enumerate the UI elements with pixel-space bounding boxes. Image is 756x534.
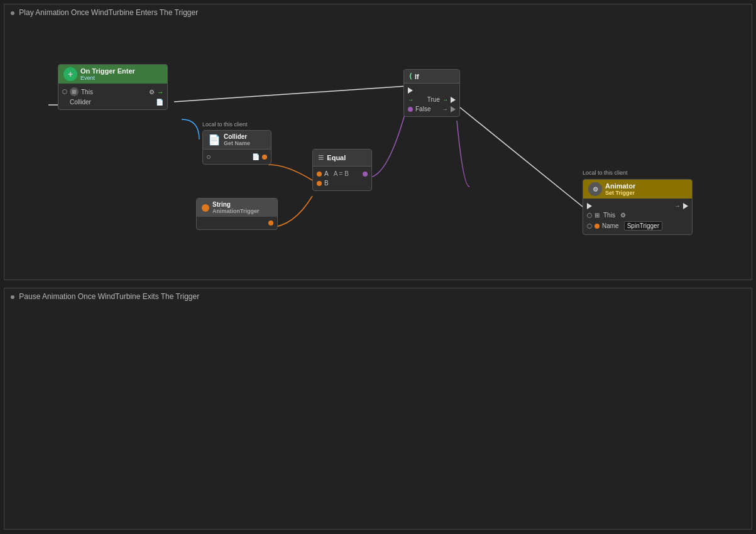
anim-exec-row-top: → bbox=[587, 201, 688, 210]
if-false-row-top: False → bbox=[408, 104, 456, 114]
collider-label-top: Collider bbox=[70, 99, 91, 106]
if-false-arrow-top: → bbox=[442, 106, 448, 112]
if-true-arrow-in-top: → bbox=[408, 97, 425, 103]
collider-get-name-node-top: 📄 Collider Get Name 📄 bbox=[202, 130, 271, 165]
connections-svg-bottom bbox=[4, 288, 752, 529]
anim-exec-in-top bbox=[587, 203, 592, 209]
animator-set-trigger-node-top: ⚙ Animator Set Trigger → ⊞ This ⚙ bbox=[583, 179, 693, 235]
string-circle-top bbox=[202, 204, 209, 212]
section-label-top: Play Animation Once WindTurbine Enters T… bbox=[11, 8, 198, 17]
anim-this-empty-top bbox=[587, 213, 592, 218]
if-exec-in-pin-top bbox=[408, 87, 413, 94]
trigger-enter-icon: + bbox=[63, 67, 77, 81]
anim-name-empty-top bbox=[587, 224, 592, 229]
animator-icon-top: ⚙ bbox=[588, 182, 602, 196]
collider-get-name-body-top: 📄 bbox=[203, 150, 271, 164]
if-icon-top: ⟨ bbox=[409, 72, 412, 80]
anim-exec-out-top bbox=[683, 203, 688, 209]
equal-header-top: ≡ Equal bbox=[313, 150, 371, 166]
anim-gear-top: ⚙ bbox=[620, 212, 626, 219]
this-arrow-out: → bbox=[157, 89, 163, 95]
section-pause-animation: Pause Animation Once WindTurbine Exits T… bbox=[4, 288, 752, 530]
string-out-pin-top bbox=[268, 221, 273, 226]
this-pin-in bbox=[62, 89, 67, 94]
if-true-label-top: True bbox=[427, 96, 440, 103]
collider-get-name-subtitle-top: Get Name bbox=[224, 140, 250, 146]
equal-node-top: ≡ Equal A A = B B bbox=[312, 149, 372, 191]
local-label-collider-top: Local to this client bbox=[202, 121, 248, 128]
this-gear: ⚙ bbox=[149, 89, 155, 95]
anim-name-value-top: SpinTrigger bbox=[624, 221, 662, 231]
collider-get-name-title-top: Collider bbox=[224, 133, 250, 140]
equal-body-top: A A = B B bbox=[313, 166, 371, 190]
string-body-top bbox=[197, 217, 277, 229]
on-trigger-enter-node: + On Trigger Enter Event ⊞ This ⚙ → Coll… bbox=[58, 64, 168, 110]
eq-a-label-top: A bbox=[324, 170, 329, 177]
eq-b-label-top: B bbox=[324, 180, 329, 187]
collider-get-name-header-top: 📄 Collider Get Name bbox=[203, 131, 271, 150]
animator-body-top: → ⊞ This ⚙ Name SpinTrigger bbox=[583, 199, 692, 234]
animator-header-top: ⚙ Animator Set Trigger bbox=[583, 180, 692, 199]
cg-in-row-top: 📄 bbox=[207, 152, 267, 161]
if-false-pin-top bbox=[451, 106, 456, 112]
if-false-label-top: False bbox=[415, 106, 430, 112]
string-out-row-top bbox=[200, 219, 273, 227]
string-anim-node-top: String AnimationTrigger bbox=[196, 198, 278, 230]
anim-name-row-top: Name SpinTrigger bbox=[587, 220, 688, 232]
this-label-top: This bbox=[81, 89, 93, 95]
cg-in-pin-top bbox=[207, 155, 211, 159]
collider-doc-icon-top: 📄 bbox=[208, 134, 221, 146]
eq-ab-row-top: A A = B bbox=[317, 169, 368, 178]
string-subtitle-top: AnimationTrigger bbox=[212, 208, 260, 214]
eq-ab-label-top: A = B bbox=[334, 170, 349, 177]
anim-name-label-top: Name bbox=[602, 222, 619, 229]
if-node-top: ⟨ If → True → False → bbox=[403, 69, 460, 117]
anim-this-row-top: ⊞ This ⚙ bbox=[587, 210, 688, 220]
on-trigger-enter-subtitle: Event bbox=[80, 75, 135, 81]
connections-svg-top bbox=[4, 4, 752, 280]
if-cond-pin-top bbox=[408, 107, 413, 112]
anim-name-pin-top bbox=[594, 224, 600, 229]
on-trigger-enter-header: + On Trigger Enter Event bbox=[58, 65, 167, 84]
section-play-animation: Play Animation Once WindTurbine Enters T… bbox=[4, 4, 752, 280]
eq-b-pin-top bbox=[317, 181, 322, 186]
animator-title-top: Animator bbox=[605, 182, 635, 190]
if-title-top: If bbox=[415, 73, 419, 80]
graph-container: Play Animation Once WindTurbine Enters T… bbox=[0, 0, 756, 534]
if-exec-in-top bbox=[408, 86, 456, 95]
anim-this-label-top: This bbox=[603, 212, 615, 219]
if-body-top: → True → False → bbox=[404, 84, 459, 116]
eq-b-row-top: B bbox=[317, 178, 368, 188]
eq-a-pin-top bbox=[317, 172, 322, 177]
collider-doc-icon: 📄 bbox=[156, 99, 163, 106]
if-true-arrow-out-top: → bbox=[442, 97, 448, 103]
collider-row-top: Collider 📄 bbox=[62, 97, 163, 107]
if-true-row-top: → True → bbox=[408, 95, 456, 104]
string-anim-header-top: String AnimationTrigger bbox=[197, 199, 277, 217]
cg-out-doc: 📄 bbox=[252, 153, 260, 160]
on-trigger-enter-body: ⊞ This ⚙ → Collider 📄 bbox=[58, 84, 167, 109]
equal-title-top: Equal bbox=[327, 154, 346, 161]
section-label-bottom: Pause Animation Once WindTurbine Exits T… bbox=[11, 292, 199, 301]
anim-exec-arrow-top: → bbox=[674, 202, 681, 209]
string-title-top: String bbox=[212, 201, 260, 208]
animator-subtitle-top: Set Trigger bbox=[605, 190, 635, 196]
if-header-top: ⟨ If bbox=[404, 70, 459, 84]
this-row-top: ⊞ This ⚙ → bbox=[62, 86, 163, 97]
local-label-animator-top: Local to this client bbox=[583, 170, 628, 176]
this-icon: ⊞ bbox=[70, 87, 79, 96]
anim-this-icon-top: ⊞ bbox=[594, 212, 600, 219]
if-true-pin-top bbox=[451, 97, 456, 103]
eq-out-pin-top bbox=[363, 172, 368, 177]
cg-out-pin-top bbox=[262, 155, 267, 160]
equal-icon-top: ≡ bbox=[318, 152, 324, 163]
on-trigger-enter-title: On Trigger Enter bbox=[80, 67, 135, 75]
